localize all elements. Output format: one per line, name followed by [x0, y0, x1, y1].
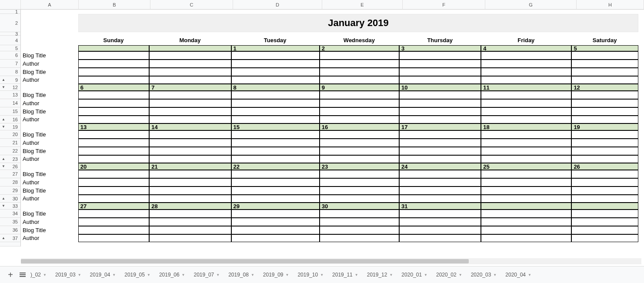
row-label[interactable]: Author	[21, 178, 78, 186]
date-cell[interactable]: 7	[149, 84, 231, 91]
row-header-35[interactable]: 35	[0, 218, 21, 226]
row-header-22[interactable]: 22	[0, 147, 21, 155]
chevron-down-icon[interactable]: ▼	[112, 273, 116, 277]
sheet-tab-2019_08[interactable]: 2019_08▼	[224, 268, 258, 281]
cell[interactable]	[231, 10, 320, 14]
content-cell[interactable]	[399, 170, 481, 178]
cell[interactable]	[481, 10, 571, 14]
day-header-monday[interactable]: Monday	[149, 36, 231, 45]
content-cell[interactable]	[320, 186, 399, 195]
cell[interactable]	[571, 242, 638, 246]
sheet-tab-2019_11[interactable]: 2019_11▼	[328, 268, 362, 281]
content-cell[interactable]	[231, 130, 320, 139]
cell[interactable]	[149, 10, 231, 14]
select-all-corner[interactable]	[0, 0, 21, 10]
content-cell[interactable]	[481, 76, 571, 84]
all-sheets-button[interactable]	[17, 269, 29, 281]
content-cell[interactable]	[571, 107, 638, 116]
content-cell[interactable]	[571, 186, 638, 195]
content-cell[interactable]	[481, 147, 571, 155]
sheet-tab-2019_10[interactable]: 2019_10▼	[294, 268, 327, 281]
content-cell[interactable]	[320, 155, 399, 163]
row-header-13[interactable]: 13	[0, 91, 21, 99]
content-cell[interactable]	[481, 195, 571, 203]
collapse-icon[interactable]: ▲	[2, 196, 5, 200]
day-header-tuesday[interactable]: Tuesday	[231, 36, 320, 45]
sheet-tab-2019_06[interactable]: 2019_06▼	[155, 268, 189, 281]
chevron-down-icon[interactable]: ▼	[493, 273, 497, 277]
horizontal-scrollbar[interactable]	[21, 258, 641, 264]
chevron-down-icon[interactable]: ▼	[459, 273, 462, 277]
content-cell[interactable]	[481, 210, 571, 218]
content-cell[interactable]	[320, 68, 399, 76]
row-label[interactable]: Author	[21, 195, 78, 203]
content-cell[interactable]	[481, 186, 571, 195]
chevron-down-icon[interactable]: ▼	[78, 273, 81, 277]
content-cell[interactable]	[399, 60, 481, 68]
chevron-down-icon[interactable]: ▼	[286, 273, 289, 277]
row-header-20[interactable]: 20	[0, 130, 21, 139]
cell[interactable]	[320, 10, 399, 14]
content-cell[interactable]	[78, 107, 150, 116]
chevron-down-icon[interactable]: ▼	[355, 273, 358, 277]
content-cell[interactable]	[231, 178, 320, 186]
column-header-C[interactable]: C	[150, 0, 233, 10]
content-cell[interactable]	[231, 226, 320, 234]
cell[interactable]	[78, 10, 150, 14]
content-cell[interactable]	[399, 147, 481, 155]
content-cell[interactable]	[320, 130, 399, 139]
content-cell[interactable]	[481, 91, 571, 99]
content-cell[interactable]	[481, 178, 571, 186]
content-cell[interactable]	[481, 107, 571, 116]
content-cell[interactable]	[571, 139, 638, 147]
cell[interactable]	[481, 242, 571, 246]
content-cell[interactable]	[78, 60, 150, 68]
row-header-8[interactable]: 8	[0, 68, 21, 76]
content-cell[interactable]	[320, 139, 399, 147]
row-label[interactable]: Blog Title	[21, 91, 78, 99]
content-cell[interactable]	[571, 226, 638, 234]
content-cell[interactable]	[78, 99, 150, 107]
date-cell[interactable]: 15	[231, 123, 320, 130]
row-header-5[interactable]: 5	[0, 45, 21, 51]
column-header-E[interactable]: E	[322, 0, 403, 10]
cell[interactable]	[78, 242, 150, 246]
chevron-down-icon[interactable]: ▼	[424, 273, 427, 277]
content-cell[interactable]	[231, 60, 320, 68]
content-cell[interactable]	[231, 218, 320, 226]
content-cell[interactable]	[399, 226, 481, 234]
row-label[interactable]: Blog Title	[21, 170, 78, 178]
row-label[interactable]: Author	[21, 234, 78, 242]
day-header-thursday[interactable]: Thursday	[399, 36, 481, 45]
content-cell[interactable]	[78, 170, 150, 178]
cell[interactable]	[571, 10, 638, 14]
date-cell[interactable]: 5	[571, 45, 638, 51]
date-cell[interactable]	[481, 203, 571, 210]
content-cell[interactable]	[231, 234, 320, 242]
column-header-F[interactable]: F	[403, 0, 485, 10]
cell[interactable]	[21, 242, 78, 246]
day-header-sunday[interactable]: Sunday	[78, 36, 150, 45]
content-cell[interactable]	[78, 51, 150, 60]
cell[interactable]	[21, 203, 78, 210]
cell[interactable]	[231, 32, 320, 36]
date-cell[interactable]: 23	[320, 163, 399, 170]
sheet-tab-2020_03[interactable]: 2020_03▼	[467, 268, 501, 281]
sheet-tab-2019_09[interactable]: 2019_09▼	[259, 268, 293, 281]
calendar-title[interactable]: January 2019	[78, 14, 638, 32]
date-cell[interactable]: 26	[571, 163, 638, 170]
content-cell[interactable]	[149, 139, 231, 147]
content-cell[interactable]	[481, 130, 571, 139]
cell[interactable]	[78, 32, 150, 36]
row-label[interactable]: Author	[21, 155, 78, 163]
date-cell[interactable]: 19	[571, 123, 638, 130]
row-header-21[interactable]: 21	[0, 139, 21, 147]
cell[interactable]	[231, 242, 320, 246]
content-cell[interactable]	[571, 170, 638, 178]
add-sheet-button[interactable]	[4, 269, 17, 281]
row-header-30[interactable]: ▲30	[0, 195, 21, 203]
content-cell[interactable]	[399, 130, 481, 139]
date-cell[interactable]: 1	[231, 45, 320, 51]
content-cell[interactable]	[231, 51, 320, 60]
content-cell[interactable]	[571, 218, 638, 226]
